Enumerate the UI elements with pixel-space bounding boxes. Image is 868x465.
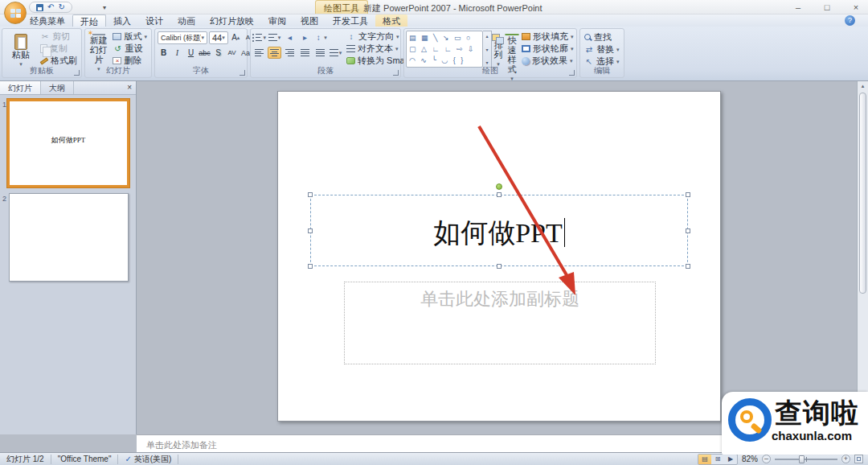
layout-button[interactable]: 版式 ▾ xyxy=(110,31,149,43)
gallery-more-icon[interactable]: ▾ xyxy=(485,60,488,65)
office-button[interactable] xyxy=(4,2,27,24)
resize-handle-s[interactable] xyxy=(497,264,502,269)
slide-title-text[interactable]: 如何做PPT xyxy=(311,215,687,252)
scroll-up-icon[interactable]: ▴ xyxy=(862,83,865,89)
columns-button[interactable]: ▾ xyxy=(329,47,342,59)
shapes-gallery[interactable]: ▤ ▦ ╲ ↘ ▭ ○ ▢ △ ∟ ∟ ⇨ ⇩ ◠ ∿ ╰ ◡ { } xyxy=(406,31,483,68)
increase-indent-button[interactable]: ▸ xyxy=(298,31,312,43)
dialog-launcher-icon[interactable] xyxy=(393,70,399,76)
shapes-row-1[interactable]: ▤ ▦ ╲ ↘ ▭ ○ xyxy=(409,34,480,42)
text-shadow-button[interactable]: S xyxy=(212,47,224,59)
italic-button[interactable]: I xyxy=(171,47,183,59)
slideshow-button[interactable]: ▶ xyxy=(724,455,737,464)
zoom-in-button[interactable]: + xyxy=(841,455,850,463)
arrange-button[interactable]: 排列 ▾ xyxy=(492,31,505,69)
title-placeholder[interactable]: 如何做PPT xyxy=(310,195,688,266)
dialog-launcher-icon[interactable] xyxy=(569,70,575,76)
close-button[interactable]: × xyxy=(850,0,862,14)
fit-to-window-icon[interactable] xyxy=(854,455,863,463)
bold-button[interactable]: B xyxy=(158,47,170,59)
rotate-handle[interactable] xyxy=(496,183,502,190)
shapes-row-2[interactable]: ▢ △ ∟ ∟ ⇨ ⇩ xyxy=(409,45,480,53)
new-slide-button[interactable]: 新建幻灯片 ▾ xyxy=(87,31,110,69)
bullets-button[interactable]: ▾ xyxy=(252,31,266,43)
copy-button[interactable]: 复制 xyxy=(38,43,80,55)
tab-home[interactable]: 开始 xyxy=(72,14,106,27)
align-right-icon xyxy=(285,49,294,56)
tab-animations[interactable]: 动画 xyxy=(170,14,203,27)
resize-handle-nw[interactable] xyxy=(308,192,313,197)
grow-font-button[interactable]: A▴ xyxy=(230,31,242,43)
shape-outline-button[interactable]: 形状轮廓 ▾ xyxy=(519,43,576,55)
help-icon[interactable]: ? xyxy=(845,15,855,26)
tab-slides-thumbnails[interactable]: 幻灯片 xyxy=(0,81,41,94)
office-logo-icon xyxy=(10,9,21,18)
shape-fill-button[interactable]: 形状填充 ▾ xyxy=(519,31,576,43)
quick-styles-button[interactable]: 快速样式 ▾ xyxy=(505,31,519,69)
resize-handle-se[interactable] xyxy=(686,264,690,269)
character-spacing-button[interactable]: AV xyxy=(226,47,238,59)
dialog-launcher-icon[interactable] xyxy=(240,70,245,76)
slide-canvas[interactable]: 如何做PPT 单击此处添加副标题 xyxy=(277,91,721,422)
replace-button[interactable]: ⇄ 替换 ▾ xyxy=(582,43,622,56)
spellcheck-language[interactable]: ✓ 英语(美国) xyxy=(118,455,178,464)
justify-button[interactable] xyxy=(298,47,312,59)
panel-close-icon[interactable]: × xyxy=(127,83,132,92)
zoom-out-button[interactable]: – xyxy=(762,455,771,463)
font-size-combo[interactable]: 44 ▾ xyxy=(209,31,228,44)
tab-outline[interactable]: 大纲 xyxy=(41,81,74,94)
format-painter-icon xyxy=(40,57,48,64)
tab-review[interactable]: 审阅 xyxy=(261,14,293,27)
align-center-button[interactable] xyxy=(268,47,281,59)
tab-slideshow[interactable]: 幻灯片放映 xyxy=(203,14,261,27)
numbering-button[interactable]: ▾ xyxy=(268,31,281,43)
slide-1-thumbnail[interactable]: 如何做PPT xyxy=(7,99,129,187)
view-switcher: ▤ ⊞ ▶ xyxy=(698,454,738,465)
find-button[interactable]: 查找 xyxy=(582,31,622,43)
theme-name[interactable]: "Office Theme" xyxy=(51,455,119,464)
strikethrough-button[interactable]: abc xyxy=(199,47,211,59)
align-right-button[interactable] xyxy=(283,47,297,59)
cut-button[interactable]: ✂ 剪切 xyxy=(38,31,80,43)
resize-handle-ne[interactable] xyxy=(686,192,690,197)
tab-view[interactable]: 视图 xyxy=(293,14,326,27)
qat-dropdown-icon[interactable]: ▾ xyxy=(103,4,106,11)
align-left-button[interactable] xyxy=(252,47,266,59)
distribute-button[interactable] xyxy=(313,47,327,59)
zoom-level[interactable]: 82% xyxy=(742,455,758,463)
zoom-slider[interactable] xyxy=(775,459,837,460)
powerpoint-window: ↶ ↻ ▾ 绘图工具 新建 PowerPoint 2007 - Microsof… xyxy=(0,0,868,465)
scroll-down-icon[interactable]: ▾ xyxy=(485,47,488,52)
dialog-launcher-icon[interactable] xyxy=(74,70,80,76)
vertical-scrollbar[interactable]: ▴ ▲ ▼ ▾ xyxy=(857,81,868,434)
slide-2-thumbnail[interactable] xyxy=(9,193,129,282)
tab-format[interactable]: 格式 xyxy=(375,14,407,27)
resize-handle-sw[interactable] xyxy=(308,264,313,269)
resize-handle-n[interactable] xyxy=(497,192,502,197)
maximize-button[interactable]: □ xyxy=(821,0,833,14)
shapes-gallery-scroll[interactable]: ▴ ▾ ▾ xyxy=(483,31,492,68)
decrease-indent-button[interactable]: ◂ xyxy=(283,31,297,43)
scrollbar-thumb[interactable] xyxy=(859,93,866,294)
tab-design[interactable]: 设计 xyxy=(138,14,170,27)
group-paragraph: ▾ ▾ ◂ ▸ ↕▾ ▾ xyxy=(250,28,401,78)
undo-icon[interactable]: ↶ xyxy=(47,3,54,11)
zoom-slider-thumb[interactable] xyxy=(799,455,805,463)
save-icon[interactable] xyxy=(36,4,43,11)
scroll-up-icon[interactable]: ▴ xyxy=(485,33,488,39)
line-spacing-button[interactable]: ↕▾ xyxy=(313,31,327,43)
font-name-combo[interactable]: Calibri (标题) ▾ xyxy=(158,31,207,44)
tab-developer[interactable]: 开发工具 xyxy=(326,14,375,27)
shapes-row-3[interactable]: ◠ ∿ ╰ ◡ { } xyxy=(409,56,480,64)
redo-icon[interactable]: ↻ xyxy=(58,3,64,11)
tab-classic-menu[interactable]: 经典菜单 xyxy=(23,14,72,27)
slide-sorter-button[interactable]: ⊞ xyxy=(711,455,724,464)
paste-button[interactable]: 粘贴 ▾ xyxy=(4,31,38,69)
subtitle-placeholder[interactable]: 单击此处添加副标题 xyxy=(344,282,656,364)
normal-view-button[interactable]: ▤ xyxy=(698,455,711,464)
tab-insert[interactable]: 插入 xyxy=(106,14,138,27)
underline-button[interactable]: U xyxy=(185,47,197,59)
minimize-button[interactable]: – xyxy=(792,0,804,14)
reset-button[interactable]: ↺ 重设 xyxy=(110,43,149,55)
text-cursor xyxy=(564,218,565,247)
